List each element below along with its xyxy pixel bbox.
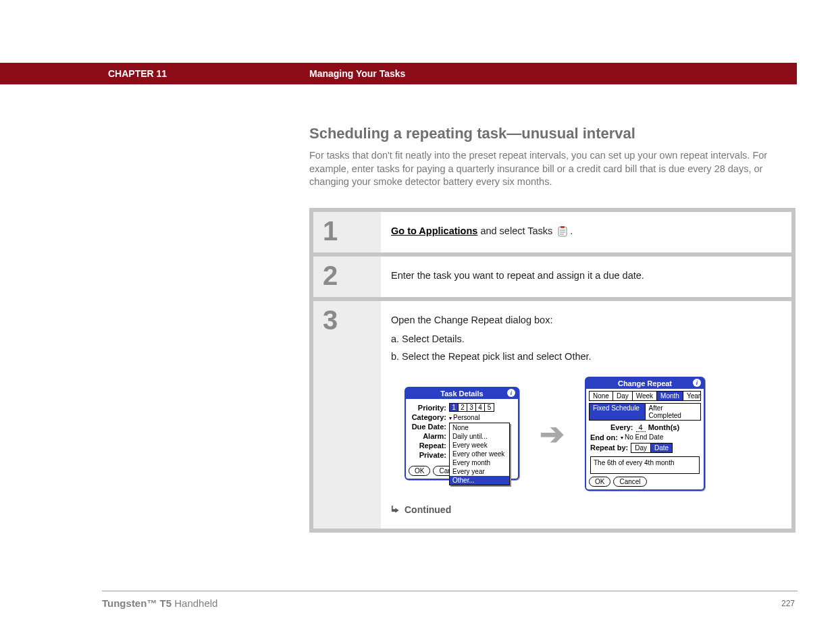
repeatby-day[interactable]: Day	[631, 444, 651, 452]
continued-text: Continued	[405, 504, 451, 515]
repeatby-date[interactable]: Date	[651, 444, 672, 452]
chapter-label: CHAPTER 11	[108, 68, 167, 79]
priority-label: Priority:	[410, 404, 446, 412]
every-unit: Month(s)	[648, 423, 679, 431]
duedate-label: Due Date:	[410, 423, 446, 431]
dropdown-otherweek[interactable]: Every other week	[450, 450, 509, 458]
tab-none[interactable]: None	[590, 392, 613, 400]
step-2-text: Enter the task you want to repeat and as…	[391, 270, 644, 281]
tab-month[interactable]: Month	[657, 392, 683, 400]
info-icon[interactable]: i	[507, 389, 515, 397]
priority-selector[interactable]: 1 2 3 4 5	[449, 403, 494, 412]
step-1-text: and select Tasks	[477, 225, 555, 236]
private-label: Private:	[410, 451, 446, 459]
step-number: 1	[313, 212, 381, 252]
dialog-title: Task Details i	[406, 388, 518, 399]
every-label: Every:	[610, 423, 633, 431]
step-number: 2	[313, 257, 381, 297]
priority-3[interactable]: 3	[467, 404, 476, 411]
substep-b: b. Select the Repeat pick list and selec…	[391, 351, 778, 362]
steps-container: 1 Go to Applications and select Tasks . …	[309, 208, 796, 533]
task-details-dialog: Task Details i Priority: 1 2 3 4	[405, 387, 519, 480]
section-intro: For tasks that don't fit neatly into the…	[309, 149, 782, 189]
footer-divider	[102, 591, 798, 591]
tab-year[interactable]: Year	[683, 392, 704, 400]
dropdown-week[interactable]: Every week	[450, 441, 509, 450]
header-bar: CHAPTER 11 Managing Your Tasks	[0, 63, 797, 84]
every-value-input[interactable]: 4	[636, 423, 646, 432]
substep-a: a. Select Details.	[391, 333, 778, 344]
arrow-right-icon: ➔	[540, 417, 565, 451]
footer-product: Tungsten™ T5 Handheld	[102, 597, 217, 609]
substep-list: a. Select Details. b. Select the Repeat …	[391, 333, 778, 362]
dialog-title: Change Repeat i	[586, 378, 704, 389]
dropdown-year[interactable]: Every year	[450, 467, 509, 476]
continued-arrow-icon	[391, 505, 400, 514]
step-number: 3	[313, 301, 381, 529]
info-icon[interactable]: i	[693, 379, 701, 387]
step-body: Open the Change Repeat dialog box: a. Se…	[381, 301, 791, 529]
dropdown-daily[interactable]: Daily until...	[450, 432, 509, 441]
repeat-dropdown-menu[interactable]: None Daily until... Every week Every oth…	[449, 423, 510, 485]
dialog-body: Priority: 1 2 3 4 5 Category:	[406, 399, 518, 463]
page-number: 227	[781, 599, 795, 608]
screenshot-row: Task Details i Priority: 1 2 3 4	[405, 377, 778, 491]
step-3-intro: Open the Change Repeat dialog box:	[391, 315, 778, 325]
cancel-button[interactable]: Cancel	[613, 477, 646, 487]
priority-4[interactable]: 4	[476, 404, 485, 411]
interval-tabs[interactable]: None Day Week Month Year	[589, 391, 701, 401]
tab-day[interactable]: Day	[613, 392, 633, 400]
dialog-title-text: Change Repeat	[618, 379, 672, 387]
priority-2[interactable]: 2	[459, 404, 467, 411]
svg-rect-0	[558, 227, 567, 236]
schedule-tabs[interactable]: Fixed Schedule After Completed	[589, 403, 701, 421]
category-label: Category:	[410, 413, 446, 421]
endon-dropdown[interactable]: No End Date	[621, 433, 663, 441]
tab-fixed[interactable]: Fixed Schedule	[590, 404, 646, 420]
tab-week[interactable]: Week	[633, 392, 657, 400]
change-repeat-dialog: Change Repeat i None Day Week Month Year…	[585, 377, 705, 491]
dropdown-other[interactable]: Other...	[450, 476, 509, 485]
continued-indicator: Continued	[391, 504, 778, 515]
repeat-label: Repeat:	[410, 441, 446, 450]
footer-product-bold: Tungsten™ T5	[102, 597, 172, 609]
step-1-period: .	[570, 225, 573, 236]
ok-button[interactable]: OK	[589, 477, 610, 487]
alarm-label: Alarm:	[410, 432, 446, 440]
ok-button[interactable]: OK	[409, 466, 430, 476]
step-3: 3 Open the Change Repeat dialog box: a. …	[313, 301, 791, 529]
footer-product-rest: Handheld	[172, 597, 217, 609]
repeatby-label: Repeat by:	[590, 444, 628, 452]
step-body: Enter the task you want to repeat and as…	[381, 257, 791, 297]
main-content: Scheduling a repeating task—unusual inte…	[309, 125, 782, 533]
priority-1[interactable]: 1	[450, 404, 459, 411]
repeat-summary: The 6th of every 4th month	[590, 456, 700, 474]
svg-rect-1	[561, 226, 565, 228]
category-dropdown[interactable]: Personal	[449, 414, 479, 421]
tab-after[interactable]: After Completed	[646, 404, 701, 420]
step-1: 1 Go to Applications and select Tasks .	[313, 212, 791, 252]
tasks-app-icon	[556, 225, 569, 238]
step-2: 2 Enter the task you want to repeat and …	[313, 257, 791, 297]
step-body: Go to Applications and select Tasks .	[381, 212, 791, 252]
section-title: Scheduling a repeating task—unusual inte…	[309, 125, 782, 142]
go-to-applications-link[interactable]: Go to Applications	[391, 225, 477, 236]
chapter-title: Managing Your Tasks	[309, 68, 405, 79]
dropdown-month[interactable]: Every month	[450, 458, 509, 467]
priority-5[interactable]: 5	[485, 404, 494, 411]
dropdown-none[interactable]: None	[450, 423, 509, 432]
dialog-title-text: Task Details	[440, 390, 483, 398]
endon-label: End on:	[590, 433, 618, 441]
